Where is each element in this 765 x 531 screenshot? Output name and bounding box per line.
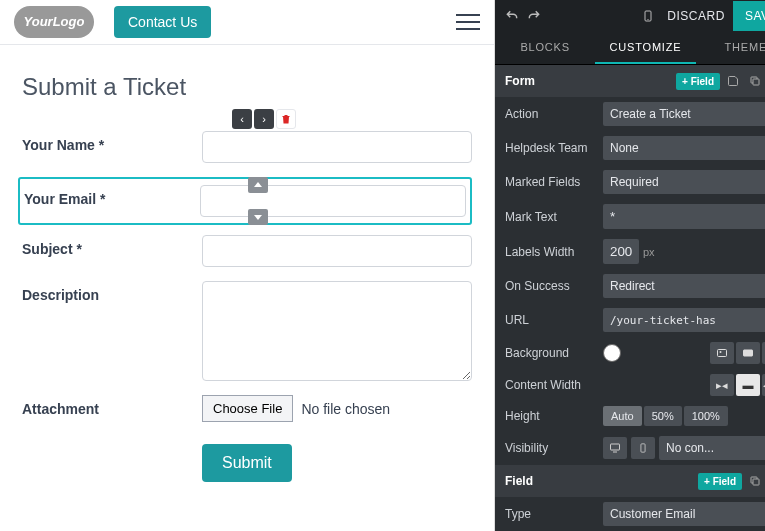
contact-us-button[interactable]: Contact Us <box>114 6 211 38</box>
bg-video-icon[interactable] <box>736 342 760 364</box>
prop-team: Helpdesk Team None <box>495 131 765 165</box>
undo-icon[interactable] <box>501 5 523 27</box>
prop-action: Action Create a Ticket <box>495 97 765 131</box>
preview-header: YourLogo Contact Us <box>0 0 494 45</box>
prop-label: Background <box>505 346 603 360</box>
field-label: Subject * <box>22 235 202 257</box>
tab-customize[interactable]: CUSTOMIZE <box>595 32 695 64</box>
bg-image-icon[interactable] <box>710 342 734 364</box>
editor-topbar: DISCARD SAVE <box>495 0 765 32</box>
name-input[interactable] <box>202 131 472 163</box>
unit-text: px <box>643 246 655 258</box>
bg-color-swatch[interactable] <box>603 344 621 362</box>
choose-file-button[interactable]: Choose File <box>202 395 293 422</box>
field-label: Your Name * <box>22 131 202 153</box>
prop-content-width: Content Width ▸◂ ▬ ◂▬▸ <box>495 369 765 401</box>
copy-field-icon[interactable] <box>746 472 764 490</box>
vis-mobile-icon[interactable] <box>631 437 655 459</box>
prop-type: Type Customer Email <box>495 497 765 531</box>
prop-label: On Success <box>505 279 603 293</box>
svg-point-5 <box>720 351 722 353</box>
field-your-email[interactable]: Your Email * <box>18 177 472 225</box>
section-form-header: Form + Field <box>495 65 765 97</box>
website-preview: YourLogo Contact Us Submit a Ticket ‹ › … <box>0 0 495 531</box>
svg-rect-11 <box>753 479 759 485</box>
mobile-preview-icon[interactable] <box>637 5 659 27</box>
add-field-button[interactable]: + Field <box>676 73 720 90</box>
width-narrow[interactable]: ▸◂ <box>710 374 734 396</box>
field-label: Your Email * <box>20 185 200 207</box>
description-textarea[interactable] <box>202 281 472 381</box>
type-select[interactable]: Customer Email <box>603 502 765 526</box>
subject-input[interactable] <box>202 235 472 267</box>
save-button[interactable]: SAVE <box>733 1 765 31</box>
prop-labels-width: Labels Width px <box>495 234 765 269</box>
field-subject[interactable]: Subject * <box>22 235 472 267</box>
labels-width-input[interactable] <box>603 239 639 264</box>
prop-height: Height Auto 50% 100% <box>495 401 765 431</box>
field-attachment[interactable]: Attachment Choose File No file chosen <box>22 395 472 422</box>
email-input[interactable] <box>200 185 466 217</box>
page-title: Submit a Ticket <box>22 73 472 101</box>
prop-label: Mark Text <box>505 210 603 224</box>
field-your-name[interactable]: ‹ › Your Name * <box>22 131 472 163</box>
prop-label: Action <box>505 107 603 121</box>
onsuccess-select[interactable]: Redirect <box>603 274 765 298</box>
prop-visibility: Visibility No con... <box>495 431 765 465</box>
add-field-button[interactable]: + Field <box>698 473 742 490</box>
move-down-handle[interactable] <box>248 209 268 225</box>
marktext-input[interactable] <box>603 204 765 229</box>
vis-desktop-icon[interactable] <box>603 437 627 459</box>
marked-select[interactable]: Required <box>603 170 765 194</box>
section-title: Form <box>505 74 676 88</box>
save-section-icon[interactable] <box>724 72 742 90</box>
prop-label: Content Width <box>505 378 603 392</box>
redo-icon[interactable] <box>523 5 545 27</box>
editor-tabs: BLOCKS CUSTOMIZE THEME <box>495 32 765 65</box>
prop-label: URL <box>505 313 603 327</box>
prop-marktext: Mark Text <box>495 199 765 234</box>
tab-theme[interactable]: THEME <box>696 32 765 64</box>
copy-section-icon[interactable] <box>746 72 764 90</box>
submit-button[interactable]: Submit <box>202 444 292 482</box>
svg-rect-3 <box>753 79 759 85</box>
move-left-button[interactable]: ‹ <box>232 109 252 129</box>
move-up-handle[interactable] <box>248 177 268 193</box>
file-status-text: No file chosen <box>301 401 390 417</box>
prop-background: Background <box>495 337 765 369</box>
visibility-select[interactable]: No con... <box>659 436 765 460</box>
editor-panel: DISCARD SAVE BLOCKS CUSTOMIZE THEME Form… <box>495 0 765 531</box>
prop-label: Marked Fields <box>505 175 603 189</box>
field-description[interactable]: Description <box>22 281 472 381</box>
prop-onsuccess: On Success Redirect <box>495 269 765 303</box>
svg-rect-8 <box>611 444 620 450</box>
field-label: Attachment <box>22 395 202 417</box>
prop-url: URL /your-ticket-has⇱ <box>495 303 765 337</box>
prop-label: Height <box>505 409 603 423</box>
tab-blocks[interactable]: BLOCKS <box>495 32 595 64</box>
height-auto[interactable]: Auto <box>603 406 642 426</box>
svg-rect-10 <box>641 444 645 452</box>
prop-label: Helpdesk Team <box>505 141 603 155</box>
move-right-button[interactable]: › <box>254 109 274 129</box>
discard-button[interactable]: DISCARD <box>659 9 733 23</box>
action-select[interactable]: Create a Ticket <box>603 102 765 126</box>
prop-marked: Marked Fields Required <box>495 165 765 199</box>
svg-text:YourLogo: YourLogo <box>24 14 85 29</box>
url-input[interactable]: /your-ticket-has⇱ <box>603 308 765 332</box>
menu-icon[interactable] <box>456 14 480 30</box>
field-toolbar: ‹ › <box>232 109 296 129</box>
delete-field-button[interactable] <box>276 109 296 129</box>
height-100[interactable]: 100% <box>684 406 728 426</box>
field-label: Description <box>22 281 202 303</box>
team-select[interactable]: None <box>603 136 765 160</box>
height-50[interactable]: 50% <box>644 406 682 426</box>
width-medium[interactable]: ▬ <box>736 374 760 396</box>
svg-rect-4 <box>718 350 727 357</box>
logo-placeholder[interactable]: YourLogo <box>14 6 94 38</box>
prop-label: Type <box>505 507 603 521</box>
prop-label: Visibility <box>505 441 603 455</box>
section-title: Field <box>505 474 698 488</box>
section-field-header: Field + Field <box>495 465 765 497</box>
prop-label: Labels Width <box>505 245 603 259</box>
